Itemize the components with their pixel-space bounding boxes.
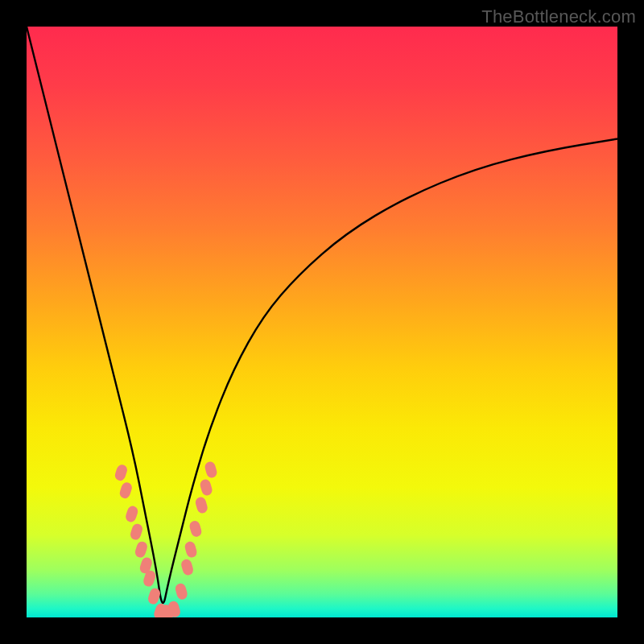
marker-point <box>114 464 129 482</box>
marker-point <box>129 522 144 541</box>
marker-point <box>184 540 198 559</box>
marker-point <box>194 496 208 514</box>
marker-point <box>199 478 213 497</box>
plot-area <box>27 27 617 617</box>
marker-point <box>180 558 195 576</box>
bottleneck-curve <box>27 27 617 603</box>
marker-point <box>124 505 139 523</box>
chart-svg <box>27 27 617 617</box>
marker-point <box>174 582 188 601</box>
marker-point <box>204 460 218 479</box>
marker-point <box>134 540 149 559</box>
marker-point <box>118 481 134 500</box>
marker-point <box>188 519 203 538</box>
chart-container: TheBottleneck.com <box>0 0 644 644</box>
watermark-text: TheBottleneck.com <box>481 6 636 27</box>
